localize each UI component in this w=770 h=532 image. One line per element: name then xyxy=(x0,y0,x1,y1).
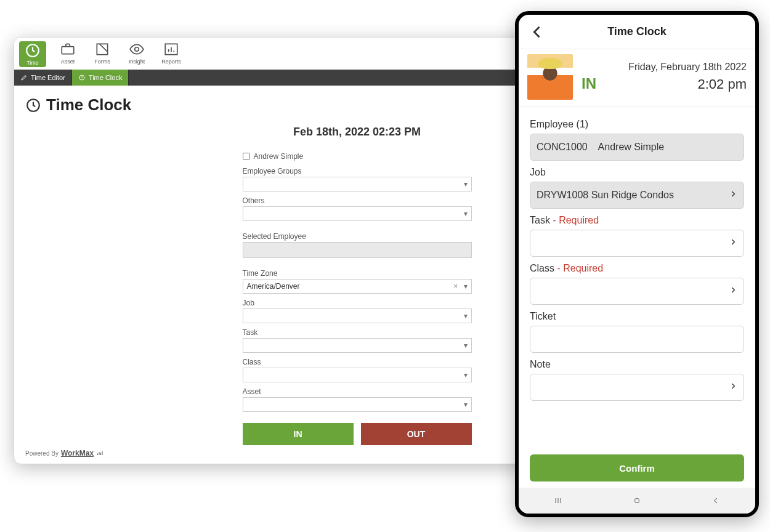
chevron-right-icon xyxy=(729,238,737,249)
employee-field[interactable]: CONC1000 Andrew Simple xyxy=(530,134,744,161)
label-task: Task - Required xyxy=(530,215,744,226)
employee-name: Andrew Simple xyxy=(598,142,665,152)
note-field[interactable] xyxy=(530,374,744,401)
clock-icon xyxy=(25,97,41,113)
time-zone-value: America/Denver xyxy=(247,282,300,291)
nav-home-button[interactable] xyxy=(628,494,646,507)
chevron-right-icon xyxy=(729,190,737,201)
android-navbar xyxy=(519,488,755,514)
ticket-field[interactable] xyxy=(530,326,744,353)
select-job[interactable]: ▾ xyxy=(243,308,472,323)
employee-avatar xyxy=(527,54,573,100)
label-class: Class - Required xyxy=(530,263,744,274)
mobile-header: Time Clock xyxy=(519,15,755,49)
chevron-down-icon: ▾ xyxy=(464,400,468,409)
back-button[interactable] xyxy=(529,23,546,41)
job-value: DRYW1008 Sun Ridge Condos xyxy=(537,190,674,201)
confirm-button[interactable]: Confirm xyxy=(530,454,744,482)
bar-chart-icon xyxy=(96,449,103,457)
label-selected-employee: Selected Employee xyxy=(243,232,472,241)
chevron-down-icon: ▾ xyxy=(464,371,468,379)
svg-rect-7 xyxy=(635,499,639,503)
eye-icon xyxy=(127,41,147,57)
mobile-status-row: Friday, February 18th 2022 IN 2:02 pm xyxy=(519,49,755,107)
clear-time-zone-button[interactable]: × xyxy=(453,282,458,291)
job-field[interactable]: DRYW1008 Sun Ridge Condos xyxy=(530,182,744,209)
pencil-icon xyxy=(20,74,28,81)
time-clock-form: Andrew Simple Employee Groups ▾ Others ▾… xyxy=(243,152,472,445)
module-forms[interactable]: Forms xyxy=(89,41,115,65)
label-class: Class xyxy=(243,358,472,366)
module-insight-label: Insight xyxy=(129,58,145,65)
in-out-button-row: IN OUT xyxy=(243,423,472,445)
module-reports-label: Reports xyxy=(161,58,181,65)
chevron-down-icon: ▾ xyxy=(464,282,468,291)
chevron-right-icon xyxy=(729,286,737,297)
employee-checkbox[interactable] xyxy=(243,153,250,160)
select-time-zone[interactable]: America/Denver × ▾ xyxy=(243,279,472,294)
label-employee-groups: Employee Groups xyxy=(243,167,472,175)
mobile-title: Time Clock xyxy=(607,25,667,38)
module-time[interactable]: Time xyxy=(19,41,46,67)
select-task[interactable]: ▾ xyxy=(243,338,472,353)
status-in-label: IN xyxy=(582,75,596,92)
task-field[interactable] xyxy=(530,230,744,257)
home-icon xyxy=(631,496,643,506)
svg-point-3 xyxy=(135,47,139,52)
mobile-form: Employee (1) CONC1000 Andrew Simple Job … xyxy=(519,107,755,430)
chevron-down-icon: ▾ xyxy=(464,209,468,218)
select-employee-groups[interactable]: ▾ xyxy=(243,177,472,191)
label-others: Others xyxy=(243,196,472,205)
back-icon xyxy=(710,496,722,506)
svg-rect-2 xyxy=(97,44,107,54)
module-asset[interactable]: Asset xyxy=(55,41,81,65)
module-insight[interactable]: Insight xyxy=(124,41,150,65)
chevron-down-icon: ▾ xyxy=(464,312,468,320)
select-others[interactable]: ▾ xyxy=(243,206,472,221)
module-time-label: Time xyxy=(26,60,39,66)
select-class[interactable]: ▾ xyxy=(243,368,472,382)
chevron-right-icon xyxy=(729,382,737,393)
recents-icon xyxy=(552,496,564,506)
module-reports[interactable]: Reports xyxy=(158,41,184,65)
employee-checkbox-label: Andrew Simple xyxy=(254,152,304,161)
select-asset[interactable]: ▾ xyxy=(243,397,472,412)
nav-recents-button[interactable] xyxy=(549,494,567,507)
label-employee: Employee (1) xyxy=(530,119,744,130)
label-note: Note xyxy=(530,359,744,370)
mobile-window: Time Clock Friday, February 18th 2022 IN… xyxy=(515,11,759,517)
page-title: Time Clock xyxy=(46,95,131,115)
selected-employee-display xyxy=(243,242,472,258)
employee-checkbox-row[interactable]: Andrew Simple xyxy=(243,152,472,161)
label-task: Task xyxy=(243,328,472,337)
module-asset-label: Asset xyxy=(61,58,75,65)
chevron-down-icon: ▾ xyxy=(464,180,468,188)
nav-back-button[interactable] xyxy=(707,494,725,507)
label-job: Job xyxy=(530,167,744,178)
label-asset: Asset xyxy=(243,387,472,396)
tab-time-clock-label: Time Clock xyxy=(89,74,123,81)
powered-brand[interactable]: WorkMax xyxy=(61,449,94,457)
employee-code: CONC1000 xyxy=(537,142,588,152)
tab-time-editor-label: Time Editor xyxy=(31,74,65,81)
clock-icon xyxy=(78,74,86,81)
bar-chart-icon xyxy=(161,41,181,57)
powered-by: Powered By WorkMax xyxy=(25,449,103,457)
clock-in-button[interactable]: IN xyxy=(243,423,354,445)
module-forms-label: Forms xyxy=(94,58,110,65)
tab-time-editor[interactable]: Time Editor xyxy=(14,70,72,86)
clock-icon xyxy=(23,42,43,58)
status-time: 2:02 pm xyxy=(698,76,747,92)
class-field[interactable] xyxy=(530,278,744,305)
status-date: Friday, February 18th 2022 xyxy=(582,62,747,73)
label-job: Job xyxy=(243,299,472,307)
svg-rect-1 xyxy=(62,47,74,54)
chevron-down-icon: ▾ xyxy=(464,341,468,350)
powered-prefix: Powered By xyxy=(25,450,59,457)
label-time-zone: Time Zone xyxy=(243,269,472,278)
chevron-left-icon xyxy=(529,23,546,41)
briefcase-icon xyxy=(58,41,78,57)
clock-out-button[interactable]: OUT xyxy=(361,423,472,445)
pencil-square-icon xyxy=(92,41,112,57)
tab-time-clock[interactable]: Time Clock xyxy=(72,70,129,86)
